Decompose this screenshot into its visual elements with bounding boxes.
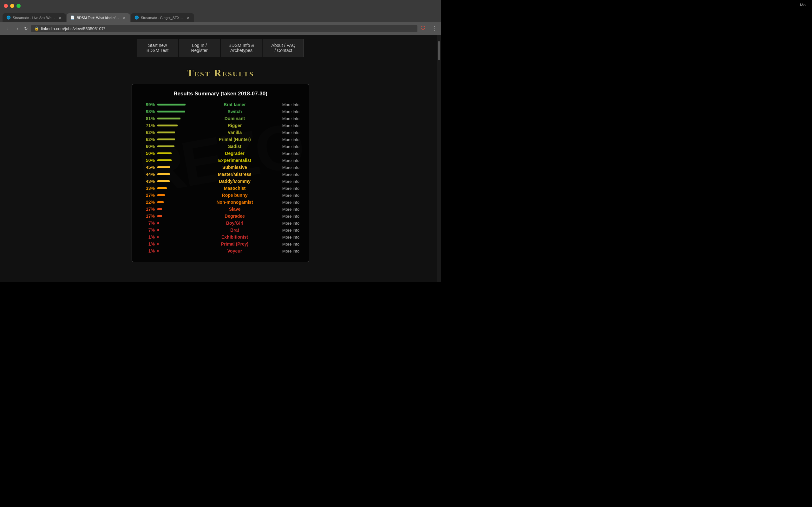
result-name: Exhibitionist: [192, 234, 277, 239]
result-more-info[interactable]: More info: [277, 235, 299, 239]
result-pct: 45%: [142, 165, 157, 170]
address-bar: ‹ › ↻ 🔒 linkedin.com/jobs/view/553505107…: [0, 22, 441, 35]
result-more-info[interactable]: More info: [277, 158, 299, 163]
result-name: Primal (Hunter): [192, 137, 277, 142]
result-more-info[interactable]: More info: [277, 130, 299, 135]
result-pct: 27%: [142, 193, 157, 198]
result-name: Non-monogamist: [192, 200, 277, 205]
result-row: 71% Rigger More info: [142, 123, 299, 128]
result-row: 7% Boy/Girl More info: [142, 221, 299, 226]
result-bar: [157, 173, 170, 175]
result-name: Daddy/Mommy: [192, 179, 277, 184]
result-bar: [157, 215, 162, 217]
browser-menu-button[interactable]: ⋮: [432, 25, 437, 32]
tab-1-icon: 🌐: [6, 15, 11, 20]
result-bar: [157, 180, 170, 182]
result-more-info[interactable]: More info: [277, 214, 299, 219]
tab-2-label: BDSM Test: What kind of sexu...: [77, 16, 120, 20]
minimize-button[interactable]: [10, 4, 14, 8]
result-row: 44% Master/Mistress More info: [142, 172, 299, 177]
lock-icon: 🔒: [34, 26, 39, 31]
result-more-info[interactable]: More info: [277, 242, 299, 246]
result-more-info[interactable]: More info: [277, 193, 299, 198]
result-pct: 7%: [142, 221, 157, 226]
result-bar-container: [157, 249, 192, 252]
result-row: 1% Voyeur More info: [142, 248, 299, 253]
refresh-button[interactable]: ↻: [24, 26, 28, 31]
result-name: Switch: [192, 109, 277, 114]
result-bar-container: [157, 222, 192, 225]
result-name: Submissive: [192, 165, 277, 170]
result-bar-container: [157, 187, 192, 190]
result-row: 7% Brat More info: [142, 228, 299, 233]
result-row: 45% Submissive More info: [142, 165, 299, 170]
result-more-info[interactable]: More info: [277, 116, 299, 121]
nav-bdsm-info[interactable]: BDSM Info &Archetypes: [221, 39, 262, 57]
maximize-button[interactable]: [16, 4, 20, 8]
result-more-info[interactable]: More info: [277, 186, 299, 191]
nav-login[interactable]: Log In /Register: [179, 39, 220, 57]
title-bar: Mo: [0, 0, 441, 11]
url-bar[interactable]: 🔒 linkedin.com/jobs/view/553505107/: [31, 25, 417, 32]
result-pct: 1%: [142, 241, 157, 246]
result-row: 98% Switch More info: [142, 109, 299, 114]
result-bar-container: [157, 208, 192, 211]
result-more-info[interactable]: More info: [277, 123, 299, 128]
result-name: Brat: [192, 228, 277, 233]
result-bar: [157, 222, 159, 224]
tab-1[interactable]: 🌐 Streamate - Live Sex Web Cam... ✕: [3, 13, 66, 22]
result-bar: [157, 131, 175, 133]
nav-start-test[interactable]: Start newBDSM Test: [137, 39, 178, 57]
result-more-info[interactable]: More info: [277, 151, 299, 156]
result-row: 50% Experimentalist More info: [142, 158, 299, 163]
result-bar-container: [157, 131, 192, 134]
result-more-info[interactable]: More info: [277, 228, 299, 233]
result-more-info[interactable]: More info: [277, 102, 299, 107]
result-bar: [157, 229, 159, 231]
result-more-info[interactable]: More info: [277, 165, 299, 170]
result-pct: 99%: [142, 102, 157, 107]
result-more-info[interactable]: More info: [277, 207, 299, 212]
result-bar-container: [157, 152, 192, 155]
browser-chrome: Mo 🌐 Streamate - Live Sex Web Cam... ✕ 📄…: [0, 0, 441, 35]
result-bar: [157, 111, 185, 112]
result-bar: [157, 153, 171, 154]
result-more-info[interactable]: More info: [277, 172, 299, 177]
result-row: 60% Sadist More info: [142, 144, 299, 149]
result-name: Dominant: [192, 116, 277, 121]
results-container: 99% Brat tamer More info 98% Switch More…: [142, 102, 299, 253]
result-row: 81% Dominant More info: [142, 116, 299, 121]
forward-button[interactable]: ›: [14, 26, 21, 32]
result-pct: 1%: [142, 234, 157, 239]
result-bar-container: [157, 145, 192, 148]
result-bar-container: [157, 173, 192, 176]
back-button[interactable]: ‹: [4, 26, 11, 32]
result-bar-container: [157, 180, 192, 183]
tab-2[interactable]: 📄 BDSM Test: What kind of sexu... ✕: [67, 13, 130, 22]
result-more-info[interactable]: More info: [277, 109, 299, 114]
result-name: Sadist: [192, 144, 277, 149]
tab-3-close[interactable]: ✕: [186, 15, 190, 20]
tab-1-label: Streamate - Live Sex Web Cam...: [13, 16, 56, 20]
result-bar-container: [157, 103, 192, 106]
window-controls: [4, 4, 20, 8]
result-more-info[interactable]: More info: [277, 144, 299, 149]
result-more-info[interactable]: More info: [277, 137, 299, 142]
result-pct: 33%: [142, 186, 157, 191]
result-pct: 43%: [142, 179, 157, 184]
tab-3[interactable]: 🌐 Streamate - Ginger_SEXY's Pr... ✕: [131, 13, 194, 22]
result-pct: 17%: [142, 207, 157, 212]
result-row: 50% Degrader More info: [142, 151, 299, 156]
result-name: Rigger: [192, 123, 277, 128]
close-button[interactable]: [4, 4, 8, 8]
result-more-info[interactable]: More info: [277, 200, 299, 205]
result-more-info[interactable]: More info: [277, 221, 299, 226]
tab-1-close[interactable]: ✕: [58, 15, 62, 20]
result-row: 33% Masochist More info: [142, 186, 299, 191]
tab-2-close[interactable]: ✕: [122, 15, 126, 20]
nav-about[interactable]: About / FAQ/ Contact: [263, 39, 304, 57]
nav-menu: Start newBDSM Test Log In /Register BDSM…: [0, 35, 441, 61]
result-more-info[interactable]: More info: [277, 249, 299, 253]
result-pct: 50%: [142, 158, 157, 163]
result-more-info[interactable]: More info: [277, 179, 299, 184]
